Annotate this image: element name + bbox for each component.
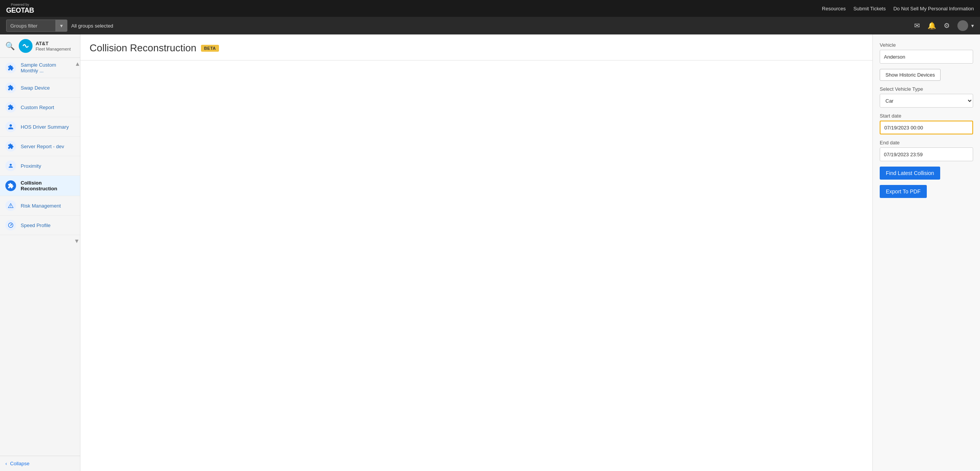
groups-bar: Groups filter ▾ All groups selected ✉ 🔔 …	[0, 17, 980, 34]
all-groups-text: All groups selected	[71, 23, 113, 29]
person-icon-3	[5, 121, 16, 132]
sidebar-item-label-7: Risk Management	[21, 203, 61, 209]
search-icon[interactable]: 🔍	[5, 41, 15, 51]
find-collision-wrapper: Find Latest Collision	[880, 167, 973, 180]
puzzle-icon-2	[5, 102, 16, 113]
avatar	[957, 20, 968, 31]
sidebar-item-proximity[interactable]: Proximity	[0, 156, 80, 176]
sidebar-item-label-5: Proximity	[21, 163, 41, 169]
show-historic-devices-wrapper: Show Historic Devices	[880, 69, 973, 81]
sidebar-item-label-1: Swap Device	[21, 85, 50, 91]
brand-name: AT&T	[36, 41, 71, 47]
brand-icon	[19, 39, 33, 53]
vehicle-input[interactable]	[880, 50, 973, 64]
sidebar: 🔍 AT&T Fleet Management ▴	[0, 34, 80, 471]
page-title-row: Collision Reconstruction BETA	[90, 42, 863, 54]
groups-filter-label[interactable]: Groups filter	[7, 23, 56, 29]
resources-link[interactable]: Resources	[822, 6, 846, 11]
vehicle-field-group: Vehicle	[880, 42, 973, 64]
vehicle-label: Vehicle	[880, 42, 973, 48]
start-date-label: Start date	[880, 113, 973, 119]
submit-tickets-link[interactable]: Submit Tickets	[853, 6, 886, 11]
main-layout: 🔍 AT&T Fleet Management ▴	[0, 34, 980, 471]
mail-icon[interactable]: ✉	[914, 21, 920, 30]
svg-point-1	[10, 164, 11, 166]
scroll-up-arrow[interactable]: ▴	[76, 59, 79, 68]
sidebar-item-label-3: HOS Driver Summary	[21, 124, 69, 130]
scroll-down-arrow[interactable]: ▾	[0, 235, 80, 247]
sidebar-item-swap-device[interactable]: Swap Device	[0, 78, 80, 98]
brand-logo: AT&T Fleet Management	[19, 39, 71, 53]
puzzle-icon-4	[5, 141, 16, 152]
content-area: Collision Reconstruction BETA Vehicle Sh…	[80, 34, 980, 471]
collapse-label: Collapse	[10, 461, 29, 466]
page-title: Collision Reconstruction	[90, 42, 196, 54]
sidebar-item-server-report-dev[interactable]: Server Report - dev	[0, 137, 80, 156]
select-vehicle-type-label: Select Vehicle Type	[880, 86, 973, 92]
top-bar-right: Resources Submit Tickets Do Not Sell My …	[822, 6, 974, 11]
sidebar-item-label-4: Server Report - dev	[21, 144, 64, 149]
risk-icon-7	[5, 200, 16, 211]
top-bar: Powered by GEOTAB Resources Submit Ticke…	[0, 0, 980, 17]
right-panel: Vehicle Show Historic Devices Select Veh…	[873, 34, 980, 471]
groups-bar-icons: ✉ 🔔 ⚙ ▾	[914, 20, 974, 31]
sidebar-item-risk-management[interactable]: Risk Management	[0, 196, 80, 216]
user-area[interactable]: ▾	[957, 20, 974, 31]
geotab-logo: Powered by GEOTAB	[6, 3, 34, 15]
start-date-input[interactable]	[880, 121, 973, 134]
do-not-sell-link[interactable]: Do Not Sell My Personal Information	[893, 6, 974, 11]
brand-sub: Fleet Management	[36, 47, 71, 51]
active-icon-6	[5, 180, 16, 191]
end-date-input[interactable]	[880, 147, 973, 161]
export-pdf-wrapper: Export To PDF	[880, 185, 973, 198]
powered-by-text: Powered by	[11, 3, 29, 7]
groups-filter-select[interactable]: Groups filter ▾	[6, 20, 67, 32]
beta-badge: BETA	[201, 45, 219, 52]
puzzle-icon-1	[5, 82, 16, 93]
sidebar-item-hos-driver-summary[interactable]: HOS Driver Summary	[0, 117, 80, 137]
speed-icon-8	[5, 220, 16, 231]
page-header: Collision Reconstruction BETA	[80, 34, 872, 61]
sidebar-item-label-8: Speed Profile	[21, 222, 51, 228]
sidebar-item-label-6: Collision Reconstruction	[21, 180, 75, 191]
chevron-down-icon: ▾	[60, 23, 63, 29]
bell-icon[interactable]: 🔔	[928, 21, 936, 30]
vehicle-type-select[interactable]: Car Truck Van Bus	[880, 94, 973, 108]
collapse-button[interactable]: ‹ Collapse	[0, 456, 80, 471]
sidebar-item-label-2: Custom Report	[21, 105, 54, 110]
sidebar-item-collision-reconstruction[interactable]: Collision Reconstruction	[0, 176, 80, 196]
find-latest-collision-button[interactable]: Find Latest Collision	[880, 167, 940, 180]
vehicle-type-field-group: Select Vehicle Type Car Truck Van Bus	[880, 86, 973, 108]
sidebar-header: 🔍 AT&T Fleet Management	[0, 34, 80, 58]
groups-filter-arrow[interactable]: ▾	[56, 20, 67, 32]
end-date-label: End date	[880, 140, 973, 146]
start-date-field-group: Start date	[880, 113, 973, 134]
end-date-field-group: End date	[880, 140, 973, 161]
person-icon-5	[5, 160, 16, 171]
main-panel: Collision Reconstruction BETA	[80, 34, 873, 471]
sidebar-item-sample-custom-monthly[interactable]: Sample Custom Monthly ...	[0, 58, 80, 78]
main-content	[80, 61, 872, 471]
puzzle-icon-0	[5, 62, 16, 73]
show-historic-devices-button[interactable]: Show Historic Devices	[880, 69, 941, 81]
user-chevron-icon: ▾	[971, 23, 974, 29]
sidebar-item-speed-profile[interactable]: Speed Profile	[0, 216, 80, 235]
sidebar-item-label-0: Sample Custom Monthly ...	[21, 62, 75, 74]
sidebar-scroll: ▴ Sample Custom Monthly ... Swap Device …	[0, 58, 80, 456]
geotab-logo-text: GEOTAB	[6, 7, 34, 15]
collapse-arrow-icon: ‹	[5, 461, 7, 466]
top-bar-left: Powered by GEOTAB	[6, 3, 34, 15]
export-to-pdf-button[interactable]: Export To PDF	[880, 185, 927, 198]
gear-icon[interactable]: ⚙	[944, 21, 950, 30]
sidebar-item-custom-report[interactable]: Custom Report	[0, 98, 80, 117]
brand-text: AT&T Fleet Management	[36, 41, 71, 51]
